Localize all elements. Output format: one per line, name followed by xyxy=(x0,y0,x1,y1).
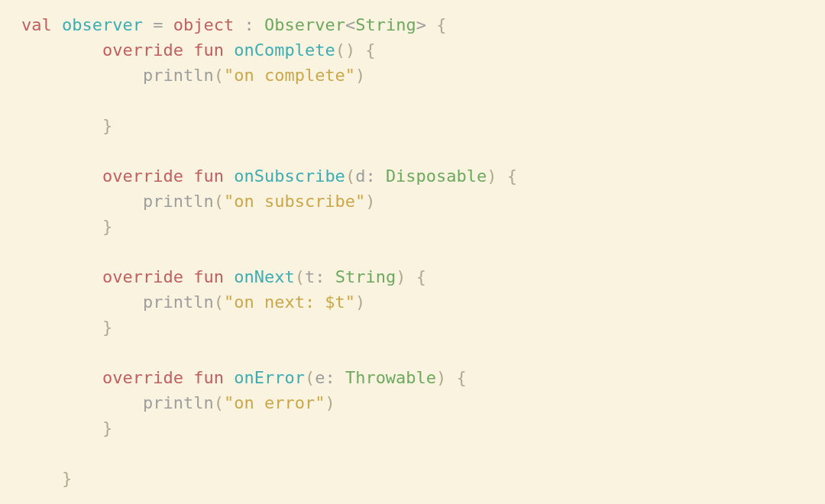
operator-colon: : xyxy=(315,267,335,286)
keyword-override: override xyxy=(102,267,183,286)
type-string: String xyxy=(355,15,416,34)
paren-open: ( xyxy=(295,267,305,286)
brace-close: } xyxy=(102,116,112,135)
type-string: String xyxy=(335,267,396,286)
fn-oncomplete: onComplete xyxy=(234,40,335,60)
brace-close: } xyxy=(102,217,112,236)
paren-open: ( xyxy=(214,292,224,312)
paren-close: ) xyxy=(355,292,365,312)
brace-open: { xyxy=(446,368,467,387)
paren-open: ( xyxy=(305,368,315,387)
keyword-object: object xyxy=(173,15,234,34)
keyword-fun: fun xyxy=(183,368,234,387)
param-d: d xyxy=(355,166,365,186)
string-subscribe: "on subscribe" xyxy=(224,192,365,211)
paren-open: ( xyxy=(335,40,345,60)
call-println: println xyxy=(143,192,214,211)
fn-onsubscribe: onSubscribe xyxy=(234,166,345,186)
param-t: t xyxy=(305,267,315,286)
call-println: println xyxy=(143,66,214,85)
fn-onnext: onNext xyxy=(234,267,294,286)
operator-colon: : xyxy=(325,368,345,387)
paren-open: ( xyxy=(214,393,224,412)
brace-open: { xyxy=(426,15,447,34)
paren-close: ) xyxy=(365,192,375,211)
string-error: "on error" xyxy=(224,393,325,412)
paren-close: ) xyxy=(345,40,355,60)
code-block: val observer = object : Observer<String>… xyxy=(0,0,825,503)
string-next: "on next: $t" xyxy=(224,292,355,312)
keyword-override: override xyxy=(102,166,183,186)
keyword-val: val xyxy=(21,15,52,34)
brace-open: { xyxy=(497,166,518,186)
paren-close: ) xyxy=(487,166,497,186)
keyword-fun: fun xyxy=(183,267,234,286)
type-observer: Observer xyxy=(264,15,345,34)
operator-equals: = xyxy=(143,15,173,34)
paren-close: ) xyxy=(396,267,406,286)
brace-close: } xyxy=(102,318,112,337)
type-throwable: Throwable xyxy=(345,368,436,387)
keyword-override: override xyxy=(102,40,183,60)
identifier-observer: observer xyxy=(62,15,143,34)
operator-gt: > xyxy=(416,15,426,34)
operator-lt: < xyxy=(345,15,355,34)
brace-open: { xyxy=(355,40,376,60)
paren-open: ( xyxy=(214,192,224,211)
operator-colon: : xyxy=(365,166,386,186)
param-e: e xyxy=(315,368,325,387)
brace-open: { xyxy=(406,267,426,286)
keyword-fun: fun xyxy=(183,166,234,186)
string-complete: "on complete" xyxy=(224,66,355,85)
fn-onerror: onError xyxy=(234,368,305,387)
paren-close: ) xyxy=(436,368,446,387)
call-println: println xyxy=(143,292,214,312)
keyword-override: override xyxy=(102,368,183,387)
brace-close: } xyxy=(62,469,72,488)
paren-close: ) xyxy=(355,66,365,85)
call-println: println xyxy=(143,393,214,412)
keyword-fun: fun xyxy=(183,40,234,60)
operator-colon: : xyxy=(234,15,264,34)
brace-close: } xyxy=(102,418,112,438)
paren-open: ( xyxy=(345,166,355,186)
paren-close: ) xyxy=(325,393,335,412)
type-disposable: Disposable xyxy=(386,166,487,186)
paren-open: ( xyxy=(214,66,224,85)
